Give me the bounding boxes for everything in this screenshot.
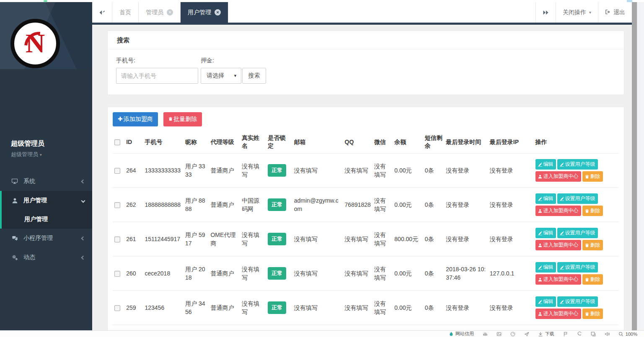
set-user-level-button[interactable]: 设置用户等级 xyxy=(557,262,598,273)
flag-icon xyxy=(563,332,568,337)
cell-last-login-ip: 没有登录 xyxy=(488,325,534,330)
helmet-icon-button[interactable] xyxy=(483,332,488,337)
add-franchisee-button[interactable]: ✚添加加盟商 xyxy=(113,112,158,126)
cell-last-login-ip: 没有登录 xyxy=(488,188,534,222)
delete-button[interactable]: 删除 xyxy=(582,171,603,182)
download-icon xyxy=(538,332,543,337)
edit-button[interactable]: 编辑 xyxy=(535,159,556,170)
select-arrow-icon: ▼ xyxy=(233,74,237,78)
user-table-body: 26413333333333用户 3333普通商户没有填写正常没有填写没有填写没… xyxy=(113,154,619,331)
gears-icon xyxy=(11,255,18,261)
enter-franchisee-center-button[interactable]: 进入加盟商中心 xyxy=(535,171,581,182)
cell-lock-status: 正常 xyxy=(266,154,292,188)
cell-agent-level: 普通商户 xyxy=(209,325,240,330)
enter-franchisee-center-button[interactable]: 进入加盟商中心 xyxy=(535,309,581,319)
cell-sms-remaining: 0条 xyxy=(423,291,444,325)
row-checkbox[interactable] xyxy=(114,237,120,242)
window-icon-button[interactable] xyxy=(591,332,596,337)
row-checkbox[interactable] xyxy=(114,202,120,208)
tab-user-management[interactable]: 用户管理 × xyxy=(181,2,228,23)
user-table-panel: ✚添加加盟商 批量删除 ID 手机号 昵称 代理等级 xyxy=(107,107,624,330)
sidebar-item-system[interactable]: 系统 xyxy=(0,172,92,191)
delete-button[interactable]: 删除 xyxy=(582,274,603,285)
monitor-icon xyxy=(11,178,18,185)
enter-franchisee-center-button[interactable]: 进入加盟商中心 xyxy=(535,274,581,285)
page-zoom-button[interactable]: 100% xyxy=(618,332,637,337)
set-user-level-button[interactable]: 设置用户等级 xyxy=(557,228,598,238)
edit-button[interactable]: 编辑 xyxy=(535,262,556,273)
gauge-icon xyxy=(510,332,515,337)
delete-button[interactable]: 删除 xyxy=(582,206,603,216)
edit-button[interactable]: 编辑 xyxy=(535,228,556,238)
rocket-icon-button[interactable] xyxy=(524,332,529,337)
tab-home[interactable]: 首页 xyxy=(112,2,139,23)
table-row: 26218888888888用户 8888普通商户中国源码网正常admin@zg… xyxy=(113,188,619,222)
sidebar-item-user-management[interactable]: 用户管理 xyxy=(2,191,92,210)
batch-delete-button[interactable]: 批量删除 xyxy=(163,112,202,126)
wind-icon xyxy=(577,332,582,337)
cell-id: 264 xyxy=(124,154,143,188)
close-icon[interactable]: × xyxy=(215,9,221,15)
cell-qq: 76891828 xyxy=(343,188,372,222)
status-badge: 正常 xyxy=(268,198,286,211)
set-user-level-button[interactable]: 设置用户等级 xyxy=(557,296,598,307)
sidebar-subitem-user-management[interactable]: 用户管理 xyxy=(2,210,92,229)
enter-franchisee-center-button[interactable]: 进入加盟商中心 xyxy=(535,240,581,250)
cell-sms-remaining: 0条 xyxy=(423,154,444,188)
cell-id: 258 xyxy=(124,325,143,330)
delete-button[interactable]: 删除 xyxy=(582,240,603,250)
cell-lock-status: 正常 xyxy=(266,256,292,291)
cell-actions: 编辑设置用户等级进入加盟商中心删除 xyxy=(534,291,619,325)
site-credit-button[interactable]: 网站信用 xyxy=(449,331,474,337)
tab-admin[interactable]: 管理员 × xyxy=(139,2,181,23)
status-badge: 正常 xyxy=(268,267,286,280)
phone-input[interactable] xyxy=(116,68,198,84)
cell-actions: 编辑设置用户等级进入加盟商中心删除 xyxy=(534,188,619,222)
browser-top-strip xyxy=(0,0,644,2)
chevron-down-icon xyxy=(81,198,85,203)
gauge-icon-button[interactable] xyxy=(510,332,515,337)
deposit-select[interactable]: 请选择 ▼ xyxy=(201,68,241,84)
speaker-icon-button[interactable] xyxy=(605,332,610,337)
deposit-label: 押金: xyxy=(201,57,266,64)
row-checkbox[interactable] xyxy=(114,168,120,174)
cell-balance: 0.00元 xyxy=(393,154,423,188)
flag-icon-button[interactable] xyxy=(563,332,568,337)
search-button[interactable]: 搜索 xyxy=(242,68,266,84)
image-icon-button[interactable] xyxy=(497,332,502,337)
logout-button[interactable]: 退出 xyxy=(598,2,632,23)
table-row: 26413333333333用户 3333普通商户没有填写正常没有填写没有填写没… xyxy=(113,154,619,188)
cell-last-login-ip: 没有登录 xyxy=(488,291,534,325)
cell-email: 没有填写 xyxy=(292,256,343,291)
tabs-scroll-left-button[interactable] xyxy=(92,2,112,23)
edit-button[interactable]: 编辑 xyxy=(535,193,556,204)
browser-scrollbar[interactable] xyxy=(637,2,644,330)
tabs-scroll-right-button[interactable] xyxy=(535,2,556,23)
browser-green-indicator xyxy=(44,0,47,2)
cell-qq: 没有填写 xyxy=(343,291,372,325)
status-badge: 正常 xyxy=(268,301,286,314)
sidebar-user-role[interactable]: 超级管理员 ▾ xyxy=(11,151,92,158)
page-scrollbar-thumb[interactable] xyxy=(632,2,637,330)
enter-franchisee-center-button[interactable]: 进入加盟商中心 xyxy=(535,206,581,216)
sidebar-item-miniprogram[interactable]: 小程序管理 xyxy=(0,229,92,248)
set-user-level-button[interactable]: 设置用户等级 xyxy=(557,159,598,170)
row-checkbox[interactable] xyxy=(114,271,120,277)
download-button[interactable]: 下载 xyxy=(538,331,554,337)
select-all-checkbox[interactable] xyxy=(114,139,120,145)
close-operations-dropdown[interactable]: 关闭操作▾ xyxy=(556,2,598,23)
plus-icon: ✚ xyxy=(118,116,123,122)
cell-qq: 没有填写 xyxy=(343,222,372,256)
wind-icon-button[interactable] xyxy=(577,332,582,337)
browser-status-bar: 网站信用 下载 xyxy=(0,330,644,337)
edit-button[interactable]: 编辑 xyxy=(535,296,556,307)
cell-actions: 编辑设置用户等级进入加盟商中心删除 xyxy=(534,256,619,291)
speaker-icon xyxy=(605,332,610,337)
row-checkbox[interactable] xyxy=(114,305,120,311)
delete-button[interactable]: 删除 xyxy=(582,309,603,319)
set-user-level-button[interactable]: 设置用户等级 xyxy=(557,193,598,204)
sidebar-item-dynamic[interactable]: 动态 xyxy=(0,248,92,267)
close-icon[interactable]: × xyxy=(167,9,173,15)
cell-id: 259 xyxy=(124,291,143,325)
cell-actions: 编辑设置用户等级进入加盟商中心删除 xyxy=(534,154,619,188)
